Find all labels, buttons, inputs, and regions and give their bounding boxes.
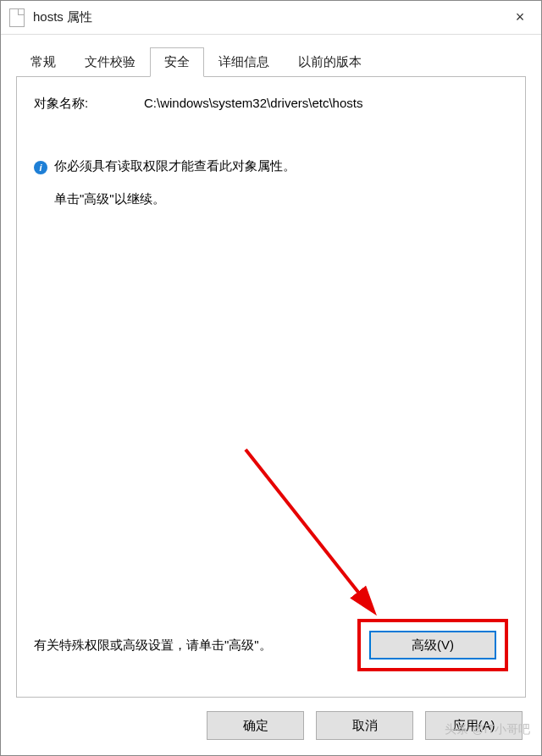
- annotation-arrow-icon: [237, 441, 406, 636]
- tab-general[interactable]: 常规: [16, 47, 70, 77]
- apply-button[interactable]: 应用(A): [425, 711, 523, 740]
- object-name-value: C:\windows\system32\drivers\etc\hosts: [144, 96, 362, 112]
- advanced-button[interactable]: 高级(V): [369, 631, 496, 659]
- svg-line-0: [246, 450, 373, 610]
- tab-file-check[interactable]: 文件校验: [70, 47, 150, 77]
- annotation-highlight-box: 高级(V): [357, 619, 508, 671]
- advanced-row: 有关特殊权限或高级设置，请单击"高级"。 高级(V): [34, 619, 508, 671]
- dialog-button-bar: 确定 取消 应用(A): [1, 698, 541, 755]
- ok-button[interactable]: 确定: [207, 711, 304, 740]
- titlebar: hosts 属性 ×: [1, 1, 541, 35]
- tabstrip: 常规 文件校验 安全 详细信息 以前的版本: [1, 35, 541, 76]
- permission-info-row: i 你必须具有读取权限才能查看此对象属性。: [34, 158, 508, 174]
- tab-security[interactable]: 安全: [150, 47, 204, 77]
- tab-details[interactable]: 详细信息: [204, 47, 284, 77]
- object-name-row: 对象名称: C:\windows\system32\drivers\etc\ho…: [34, 96, 508, 112]
- window-title: hosts 属性: [33, 9, 499, 25]
- close-icon[interactable]: ×: [499, 1, 541, 35]
- tab-content-security: 对象名称: C:\windows\system32\drivers\etc\ho…: [16, 76, 526, 698]
- permission-info-sub: 单击"高级"以继续。: [54, 191, 508, 207]
- cancel-button[interactable]: 取消: [316, 711, 413, 740]
- permission-info-text: 你必须具有读取权限才能查看此对象属性。: [54, 158, 296, 174]
- advanced-hint-text: 有关特殊权限或高级设置，请单击"高级"。: [34, 637, 272, 654]
- file-icon: [9, 8, 25, 27]
- tab-previous-versions[interactable]: 以前的版本: [284, 47, 376, 77]
- object-name-label: 对象名称:: [34, 96, 110, 112]
- info-icon: i: [34, 161, 47, 174]
- properties-dialog: hosts 属性 × 常规 文件校验 安全 详细信息 以前的版本 对象名称: C…: [0, 0, 542, 756]
